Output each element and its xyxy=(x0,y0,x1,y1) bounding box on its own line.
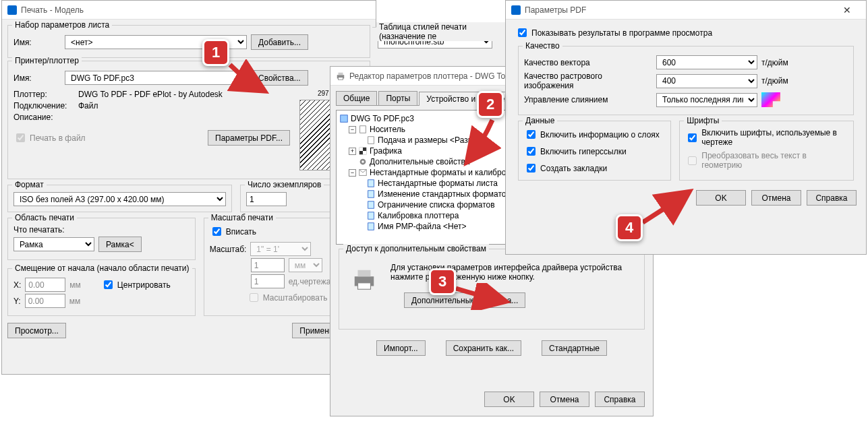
dpi-label: т/дюйм xyxy=(761,76,788,86)
plotter-help-button[interactable]: Справка xyxy=(595,392,645,407)
fonts-group: Шрифты Включить шрифты, используемые в ч… xyxy=(679,121,854,181)
svg-rect-2 xyxy=(339,77,343,80)
custom-props-button[interactable]: Дополнительные свойства... xyxy=(404,292,525,308)
printer-props-button[interactable]: Свойства... xyxy=(251,70,308,86)
data-legend: Данные xyxy=(523,116,557,125)
center-checkbox[interactable]: Центрировать xyxy=(101,278,171,291)
scale-units-label: ед.чертежа xyxy=(289,277,331,286)
scale-units-input[interactable] xyxy=(251,274,285,288)
svg-rect-8 xyxy=(363,151,366,154)
import-button[interactable]: Импорт... xyxy=(376,340,426,356)
tree-source[interactable]: Подача и размеры <Разм: I xyxy=(378,135,480,145)
pc3-icon xyxy=(339,114,349,123)
printer-icon xyxy=(336,71,345,81)
tree-c1[interactable]: Нестандартные форматы листа xyxy=(378,179,498,188)
tree-media[interactable]: Носитель xyxy=(370,125,405,134)
svg-rect-3 xyxy=(341,115,348,123)
svg-rect-15 xyxy=(368,212,374,220)
svg-rect-14 xyxy=(368,201,374,209)
tree-userdef[interactable]: Нестандартные форматы и калибровка xyxy=(370,168,519,177)
show-results-checkbox[interactable]: Показывать результаты в программе просмо… xyxy=(515,26,857,39)
pdf-params-dialog: Параметры PDF ✕ Показывать результаты в … xyxy=(505,0,867,255)
dpi-label: т/дюйм xyxy=(761,58,788,67)
preview-button[interactable]: Просмотр... xyxy=(7,323,66,338)
printer-large-icon xyxy=(351,267,377,292)
tree-c4[interactable]: Калибровка плоттера xyxy=(378,211,459,220)
printer-legend: Принтер/плоттер xyxy=(12,56,82,65)
papersize-select[interactable]: ISO без полей A3 (297.00 x 420.00 мм) xyxy=(13,192,226,206)
offset-y-input[interactable] xyxy=(25,294,65,308)
hyperlinks-checkbox[interactable]: Включить гиперссылки xyxy=(524,145,665,158)
merge-select[interactable]: Только последняя линия xyxy=(656,93,757,107)
paper-icon xyxy=(366,189,376,199)
access-desc: Для установки параметров интерфейса драй… xyxy=(390,263,632,282)
expander-icon[interactable]: + xyxy=(349,148,356,155)
vector-select[interactable]: 600 xyxy=(656,55,757,69)
print-title: Печать - Модель xyxy=(21,5,370,15)
app-icon xyxy=(511,5,521,15)
copies-legend: Число экземпляров xyxy=(245,180,324,189)
vector-label: Качество вектора xyxy=(524,58,652,67)
plotter-cancel-button[interactable]: Отмена xyxy=(540,392,589,407)
tree-root[interactable]: DWG To PDF.pc3 xyxy=(351,114,414,123)
pdf-title: Параметры PDF xyxy=(525,5,834,15)
scale-unit-select[interactable]: мм xyxy=(289,258,322,272)
graphics-icon xyxy=(358,146,368,156)
scale-label: Масштаб: xyxy=(210,245,247,254)
pdf-ok-button[interactable]: OK xyxy=(696,190,746,206)
pdf-params-button[interactable]: Параметры PDF... xyxy=(208,130,290,146)
printer-name-select[interactable]: DWG To PDF.pc3 xyxy=(65,71,247,85)
data-group: Данные Включить информацию о слоях Включ… xyxy=(518,121,671,181)
svg-rect-4 xyxy=(360,126,366,133)
printer-name-label: Имя: xyxy=(13,73,61,83)
pdf-cancel-button[interactable]: Отмена xyxy=(751,190,801,206)
svg-rect-12 xyxy=(368,180,374,187)
tree-c2[interactable]: Изменение стандартных форматов xyxy=(378,189,511,199)
access-legend: Доступ к дополнительным свойствам xyxy=(343,244,489,253)
plotter-value: DWG To PDF - PDF ePlot - by Autodesk xyxy=(78,90,223,99)
media-icon xyxy=(358,125,368,134)
scale-mm-input[interactable] xyxy=(251,258,285,272)
offset-group: Смещение от начала (начало области печат… xyxy=(7,268,196,316)
scale-select[interactable]: 1" = 1' xyxy=(250,242,311,256)
pdf-help-button[interactable]: Справка xyxy=(807,190,857,206)
close-icon[interactable]: ✕ xyxy=(834,5,861,15)
raster-select[interactable]: 400 xyxy=(656,74,757,88)
tab-general[interactable]: Общие xyxy=(336,91,377,105)
tree-c5[interactable]: Имя PMP-файла <Нет> xyxy=(378,222,466,231)
callout-1: 1 xyxy=(202,39,229,66)
layers-checkbox[interactable]: Включить информацию о слоях xyxy=(524,128,665,141)
copies-input[interactable] xyxy=(246,192,287,206)
plotter-ok-button[interactable]: OK xyxy=(484,392,534,407)
svg-rect-5 xyxy=(368,137,374,144)
calibrate-icon xyxy=(366,211,376,220)
papersize-group: Формат ISO без полей A3 (297.00 x 420.00… xyxy=(7,185,232,212)
tab-ports[interactable]: Порты xyxy=(378,91,417,105)
scale-legend: Масштаб печати xyxy=(208,213,276,222)
expander-icon[interactable]: − xyxy=(349,126,356,133)
where-value: Файл xyxy=(78,101,98,111)
print-dialog: Печать - Модель Набор параметров листа И… xyxy=(1,0,376,375)
tree-graphics[interactable]: Графика xyxy=(370,146,402,156)
window-button[interactable]: Рамка< xyxy=(98,237,142,252)
tree-c3[interactable]: Ограничение списка форматов xyxy=(378,200,495,210)
saveas-button[interactable]: Сохранить как... xyxy=(446,340,521,356)
plotarea-select[interactable]: Рамка xyxy=(13,237,94,251)
svg-rect-13 xyxy=(368,191,374,198)
capture-fonts-checkbox[interactable]: Включить шрифты, используемые в чертеже xyxy=(685,128,848,147)
defaults-button[interactable]: Стандартные xyxy=(542,340,607,356)
app-icon xyxy=(7,5,17,15)
callout-2: 2 xyxy=(477,91,504,118)
offset-legend: Смещение от начала (начало области печат… xyxy=(12,263,192,273)
tree-custom[interactable]: Дополнительные свойства xyxy=(370,157,469,166)
expander-icon[interactable]: − xyxy=(349,169,356,177)
merge-preview-icon xyxy=(761,92,780,107)
bookmarks-checkbox[interactable]: Создать закладки xyxy=(524,162,665,175)
svg-rect-16 xyxy=(368,223,374,230)
plotarea-legend: Область печати xyxy=(12,213,77,222)
pagesetup-add-button[interactable]: Добавить... xyxy=(251,34,308,50)
offset-x-input[interactable] xyxy=(25,278,65,292)
offset-y-label: Y: xyxy=(13,297,21,306)
offset-x-unit: мм xyxy=(69,280,81,290)
pdf-titlebar: Параметры PDF ✕ xyxy=(506,1,866,20)
